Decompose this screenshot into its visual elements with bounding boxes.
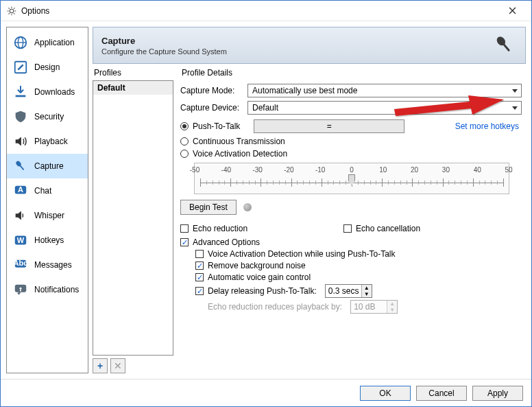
main-panel: Capture Configure the Capture Sound Syst… [93, 27, 526, 373]
sidebar-item-label: Whisper [34, 211, 64, 220]
svg-rect-26 [20, 290, 21, 291]
sidebar-item-design[interactable]: Design [7, 55, 88, 80]
vad-while-ptt-label: Voice Activation Detection while using P… [208, 249, 395, 259]
cancel-button[interactable]: Cancel [416, 386, 467, 401]
echo-reduction-amount-spinner: ▲▼ [350, 300, 398, 314]
microphone-large-icon [492, 33, 517, 58]
agc-label: Automatic voice gain control [208, 272, 311, 282]
test-indicator-led [243, 203, 252, 211]
advanced-options-checkbox[interactable] [180, 238, 189, 246]
svg-line-5 [8, 8, 9, 8]
capture-device-select[interactable]: Default [247, 101, 522, 115]
svg-text:A: A [18, 185, 23, 194]
advanced-options-label: Advanced Options [193, 237, 260, 247]
globe-icon [12, 34, 29, 51]
sidebar-item-label: Capture [34, 161, 64, 171]
sidebar-item-playback[interactable]: Playback [7, 129, 88, 154]
svg-text:Abc: Abc [14, 259, 28, 267]
add-profile-button[interactable]: + [93, 358, 108, 373]
svg-point-0 [10, 9, 14, 13]
sidebar-item-label: Design [34, 62, 60, 72]
panel-subtitle: Configure the Capture Sound System [101, 47, 492, 56]
pencil-icon [12, 59, 29, 75]
begin-test-button[interactable]: Begin Test [180, 200, 237, 215]
profiles-column: Profiles Default + ✕ [93, 67, 173, 373]
radio-continuous-transmission[interactable] [180, 137, 189, 146]
titlebar: Options [1, 1, 531, 21]
capture-device-label: Capture Device: [180, 103, 243, 113]
profile-item-default[interactable]: Default [93, 81, 173, 95]
remove-noise-label: Remove background noise [208, 261, 306, 270]
sidebar-item-security[interactable]: Security [7, 104, 88, 129]
svg-line-6 [14, 13, 14, 14]
svg-line-7 [14, 8, 14, 8]
remove-profile-button: ✕ [110, 358, 125, 373]
sidebar-item-label: Downloads [34, 87, 75, 97]
apply-button[interactable]: Apply [472, 386, 523, 401]
vad-threshold-slider[interactable]: -50-40-30-20-1001020304050 [194, 163, 509, 194]
profile-details-label: Profile Details [180, 67, 522, 80]
ok-button[interactable]: OK [360, 386, 411, 401]
svg-point-25 [20, 288, 22, 290]
vad-while-ptt-checkbox[interactable] [195, 250, 204, 258]
capture-mode-value: Automatically use best mode [252, 86, 357, 95]
echo-cancellation-label: Echo cancellation [356, 224, 420, 233]
sidebar-item-label: Hotkeys [34, 235, 64, 245]
delay-ptt-spinner[interactable]: ▲▼ [325, 284, 372, 298]
capture-mode-select[interactable]: Automatically use best mode [247, 84, 522, 97]
radio-push-to-talk[interactable] [180, 122, 189, 130]
set-more-hotkeys-link[interactable]: Set more hotkeys [455, 121, 519, 131]
echo-reduction-amount-value [351, 301, 387, 313]
echo-reduction-checkbox[interactable] [180, 224, 189, 233]
capture-mode-label: Capture Mode: [180, 86, 243, 95]
sidebar-item-downloads[interactable]: Downloads [7, 80, 88, 104]
echo-cancellation-checkbox[interactable] [343, 224, 352, 233]
panel-header: Capture Configure the Capture Sound Syst… [93, 27, 526, 64]
spinner-down-icon[interactable]: ▼ [362, 291, 372, 297]
notifications-icon [12, 281, 29, 298]
options-window: Options ApplicationDesignDownloadsSecuri… [0, 0, 532, 407]
sidebar-item-notifications[interactable]: Notifications [7, 277, 88, 302]
svg-rect-15 [16, 95, 26, 97]
radio-voice-activation[interactable] [180, 150, 189, 158]
sidebar-item-hotkeys[interactable]: WHotkeys [7, 228, 88, 253]
remove-noise-checkbox[interactable] [195, 261, 204, 270]
window-title: Options [21, 6, 498, 16]
sidebar-item-label: Playback [34, 137, 68, 146]
hotkeys-icon: W [12, 232, 29, 248]
profile-details: Profile Details Capture Mode: Automatica… [173, 67, 526, 373]
chat-icon: A [12, 183, 29, 199]
sidebar-item-label: Chat [34, 186, 51, 196]
sidebar-item-whisper[interactable]: Whisper [7, 203, 88, 228]
ptt-hotkey-field[interactable]: = [254, 119, 404, 133]
delay-ptt-checkbox[interactable] [195, 287, 204, 295]
close-icon [509, 7, 516, 14]
close-button[interactable] [498, 1, 526, 21]
sidebar-item-label: Application [34, 38, 75, 47]
echo-reduction-amount-label: Echo reduction reduces playback by: [208, 302, 342, 312]
svg-rect-28 [503, 43, 510, 52]
spinner-up-icon[interactable]: ▲ [362, 285, 372, 291]
profiles-list[interactable]: Default [93, 80, 173, 356]
sidebar-item-messages[interactable]: AbcMessages [7, 253, 88, 277]
profiles-label: Profiles [93, 67, 173, 80]
sidebar-item-chat[interactable]: AChat [7, 178, 88, 203]
svg-rect-17 [19, 165, 24, 170]
radio-continuous-transmission-label: Continuous Transmission [193, 137, 285, 146]
speaker-icon [12, 133, 29, 150]
messages-icon: Abc [12, 257, 29, 273]
category-sidebar: ApplicationDesignDownloadsSecurityPlayba… [6, 27, 88, 373]
dialog-footer: OK Cancel Apply [1, 379, 531, 406]
body: ApplicationDesignDownloadsSecurityPlayba… [1, 21, 531, 379]
microphone-icon [12, 158, 29, 174]
sidebar-item-label: Messages [34, 260, 72, 270]
sidebar-item-label: Security [34, 112, 64, 121]
radio-push-to-talk-label: Push-To-Talk [193, 121, 240, 131]
shield-icon [12, 108, 29, 125]
svg-line-8 [8, 13, 9, 14]
sidebar-item-capture[interactable]: Capture [7, 154, 88, 178]
agc-checkbox[interactable] [195, 273, 204, 281]
app-gear-icon [6, 5, 17, 16]
sidebar-item-application[interactable]: Application [7, 30, 88, 55]
delay-ptt-value[interactable] [326, 285, 361, 297]
